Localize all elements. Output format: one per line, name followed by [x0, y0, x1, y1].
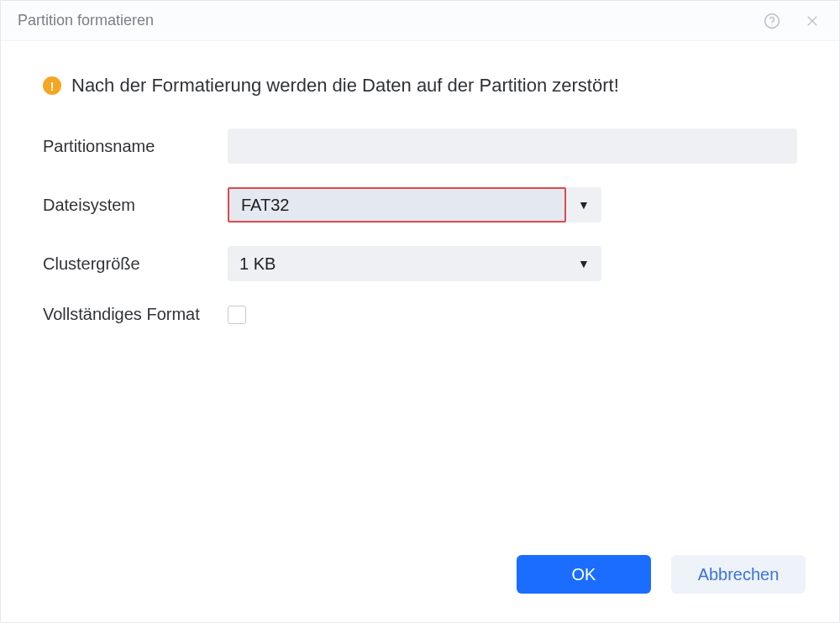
- partition-name-input[interactable]: [228, 128, 797, 164]
- titlebar-actions: [762, 11, 822, 31]
- chevron-down-icon: ▼: [566, 257, 601, 270]
- cluster-size-row: Clustergröße 1 KB ▼: [43, 246, 797, 281]
- svg-point-1: [771, 24, 772, 25]
- warning-text: Nach der Formatierung werden die Daten a…: [71, 75, 619, 97]
- partition-name-label: Partitionsname: [43, 137, 228, 156]
- svg-point-0: [765, 13, 780, 28]
- help-icon[interactable]: [762, 11, 782, 31]
- cluster-size-label: Clustergröße: [43, 254, 228, 274]
- cluster-size-select[interactable]: 1 KB ▼: [228, 246, 601, 281]
- dialog-title: Partition formatieren: [18, 12, 762, 29]
- filesystem-row: Dateisystem FAT32 ▼: [43, 187, 797, 222]
- filesystem-select[interactable]: FAT32 ▼: [228, 187, 601, 222]
- full-format-row: Vollständiges Format: [43, 305, 797, 324]
- titlebar: Partition formatieren: [1, 1, 839, 41]
- warning-icon: !: [43, 76, 61, 95]
- warning-message: ! Nach der Formatierung werden die Daten…: [43, 75, 797, 97]
- ok-button[interactable]: OK: [517, 555, 651, 594]
- close-icon[interactable]: [802, 11, 822, 31]
- filesystem-label: Dateisystem: [43, 196, 228, 215]
- format-partition-dialog: Partition formatieren ! Nach der Formati…: [0, 0, 840, 623]
- chevron-down-icon: ▼: [566, 198, 601, 212]
- partition-name-row: Partitionsname: [43, 128, 797, 164]
- cluster-size-value: 1 KB: [228, 246, 566, 281]
- cancel-button[interactable]: Abbrechen: [671, 555, 806, 594]
- full-format-label: Vollständiges Format: [43, 305, 228, 324]
- dialog-footer: OK Abbrechen: [1, 538, 839, 622]
- full-format-checkbox[interactable]: [228, 306, 246, 324]
- filesystem-value: FAT32: [228, 187, 566, 222]
- dialog-content: ! Nach der Formatierung werden die Daten…: [1, 41, 839, 538]
